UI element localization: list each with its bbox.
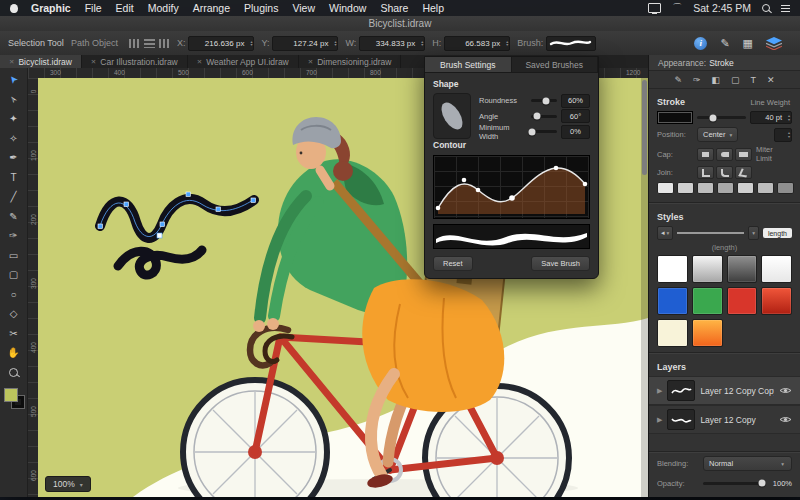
h-field[interactable]: 66.583 px ▴▾ — [444, 36, 510, 51]
vertical-scrollbar[interactable] — [641, 78, 648, 497]
arrowhead-end-dropdown[interactable]: ▾ — [748, 226, 759, 240]
contour-curve-editor[interactable] — [433, 155, 590, 219]
scrollbar-thumb[interactable] — [642, 80, 647, 175]
stroke-icon[interactable]: ▢ — [731, 75, 740, 85]
magic-wand-tool[interactable]: ✦ — [3, 109, 25, 129]
hand-tool[interactable]: ✋ — [3, 343, 25, 363]
close-icon[interactable]: ✕ — [91, 58, 96, 66]
menu-help[interactable]: Help — [415, 0, 451, 16]
rectangle-tool[interactable]: ▭ — [3, 246, 25, 266]
style-swatch-cream[interactable] — [657, 319, 688, 347]
minimum-width-slider[interactable] — [531, 130, 557, 133]
menu-view[interactable]: View — [285, 0, 322, 16]
position-dropdown[interactable]: Center ▾ — [697, 127, 738, 142]
pen-icon[interactable]: ✎ — [674, 75, 682, 85]
angle-slider[interactable] — [531, 115, 557, 118]
eye-icon[interactable] — [779, 415, 792, 424]
selection-tool[interactable]: ➤ — [3, 70, 25, 90]
angle-value[interactable]: 60° — [561, 109, 590, 123]
arrowhead-start-dropdown[interactable]: ◂ ▾ — [657, 226, 673, 240]
stroke-width-slider[interactable] — [697, 116, 746, 119]
menu-arrange[interactable]: Arrange — [186, 0, 237, 16]
dash-preset[interactable] — [657, 182, 674, 194]
ellipse-tool[interactable]: ○ — [3, 285, 25, 305]
dash-preset[interactable] — [777, 182, 794, 194]
join-round-button[interactable] — [716, 166, 733, 179]
dash-preset[interactable] — [737, 182, 754, 194]
style-swatch-white[interactable] — [657, 255, 688, 283]
arrange-icon-1[interactable] — [129, 39, 140, 48]
opacity-slider[interactable] — [703, 482, 764, 485]
tab-bicyclist[interactable]: ✕ Bicyclist.idraw — [0, 55, 82, 68]
menu-app[interactable]: Graphic — [24, 0, 78, 16]
dash-preset[interactable] — [677, 182, 694, 194]
close-icon[interactable]: ✕ — [308, 58, 313, 66]
text-style-icon[interactable]: T — [751, 75, 757, 85]
length-badge[interactable]: length — [763, 228, 792, 238]
roundness-slider[interactable] — [531, 99, 557, 102]
zoom-tool[interactable] — [3, 363, 25, 383]
style-swatch-red[interactable] — [727, 287, 758, 315]
save-brush-button[interactable]: Save Brush — [531, 256, 590, 271]
info-button[interactable]: i — [694, 37, 707, 50]
style-swatch-silver[interactable] — [692, 255, 723, 283]
close-icon[interactable]: ✕ — [197, 58, 202, 66]
rounded-rectangle-tool[interactable]: ▢ — [3, 265, 25, 285]
w-field[interactable]: 334.833 px ▴▾ — [359, 36, 425, 51]
layer-row-2[interactable]: ▶ Layer 12 Copy — [649, 405, 800, 434]
join-miter-button[interactable] — [697, 166, 714, 179]
dash-preset[interactable] — [717, 182, 734, 194]
dash-preset[interactable] — [757, 182, 774, 194]
brush-tool[interactable]: ✑ — [3, 226, 25, 246]
spotlight-icon[interactable] — [762, 4, 770, 12]
screen-mirroring-icon[interactable] — [648, 3, 661, 13]
disclosure-icon[interactable]: ▶ — [657, 416, 662, 424]
tab-dimensioning[interactable]: ✕ Dimensioning.idraw — [299, 55, 402, 68]
style-swatch-soft-white[interactable] — [761, 255, 792, 283]
none-icon[interactable]: ✕ — [767, 75, 775, 85]
disclosure-icon[interactable]: ▶ — [657, 387, 662, 395]
apple-logo-icon[interactable] — [10, 4, 18, 13]
roundness-value[interactable]: 60% — [561, 94, 590, 108]
dash-preset[interactable] — [697, 182, 714, 194]
fill-icon[interactable]: ◧ — [712, 75, 721, 85]
tab-brush-settings[interactable]: Brush Settings — [425, 57, 512, 72]
stroke-color-well[interactable] — [657, 111, 693, 124]
reset-button[interactable]: Reset — [433, 256, 473, 271]
line-weight-stepper[interactable]: 40 pt ▴▾ — [750, 111, 792, 124]
notification-center-icon[interactable] — [781, 5, 790, 12]
style-swatch-green[interactable] — [692, 287, 723, 315]
x-field[interactable]: 216.636 px ▴▾ — [188, 36, 254, 51]
tab-weather-app-ui[interactable]: ✕ Weather App UI.idraw — [188, 55, 299, 68]
close-icon[interactable]: ✕ — [9, 58, 14, 66]
grid-button[interactable]: ▦ — [743, 38, 753, 49]
brush-tip-preview[interactable] — [433, 93, 471, 139]
scissors-tool[interactable]: ✂ — [3, 324, 25, 344]
y-field[interactable]: 127.24 px ▴▾ — [272, 36, 338, 51]
menu-modify[interactable]: Modify — [141, 0, 186, 16]
type-tool[interactable]: T — [3, 168, 25, 188]
menu-edit[interactable]: Edit — [109, 0, 141, 16]
menu-clock[interactable]: Sat 2:45 PM — [693, 2, 751, 14]
join-bevel-button[interactable] — [735, 166, 752, 179]
wifi-icon[interactable]: ⌒ — [672, 4, 682, 12]
eye-icon[interactable] — [779, 386, 792, 395]
pencil-tool[interactable]: ✎ — [3, 207, 25, 227]
fill-well[interactable] — [4, 388, 18, 402]
zoom-control[interactable]: 100% ▾ — [45, 476, 91, 492]
window-titlebar[interactable]: Bicyclist.idraw — [0, 16, 800, 32]
menu-window[interactable]: Window — [322, 0, 373, 16]
menu-file[interactable]: File — [78, 0, 109, 16]
minimum-width-value[interactable]: 0% — [561, 125, 590, 139]
tab-car-illustration[interactable]: ✕ Car Illustration.idraw — [82, 55, 188, 68]
style-swatch-red-orange[interactable] — [761, 287, 792, 315]
lasso-tool[interactable]: ✧ — [3, 129, 25, 149]
brush-icon[interactable]: ✑ — [693, 75, 701, 85]
pencil-button[interactable]: ✎ — [720, 38, 729, 49]
pen-tool[interactable]: ✒ — [3, 148, 25, 168]
blending-dropdown[interactable]: Normal ▾ — [703, 456, 792, 471]
line-tool[interactable]: ╱ — [3, 187, 25, 207]
cap-round-button[interactable] — [716, 148, 733, 161]
color-wells[interactable] — [4, 388, 24, 408]
menu-share[interactable]: Share — [373, 0, 415, 16]
